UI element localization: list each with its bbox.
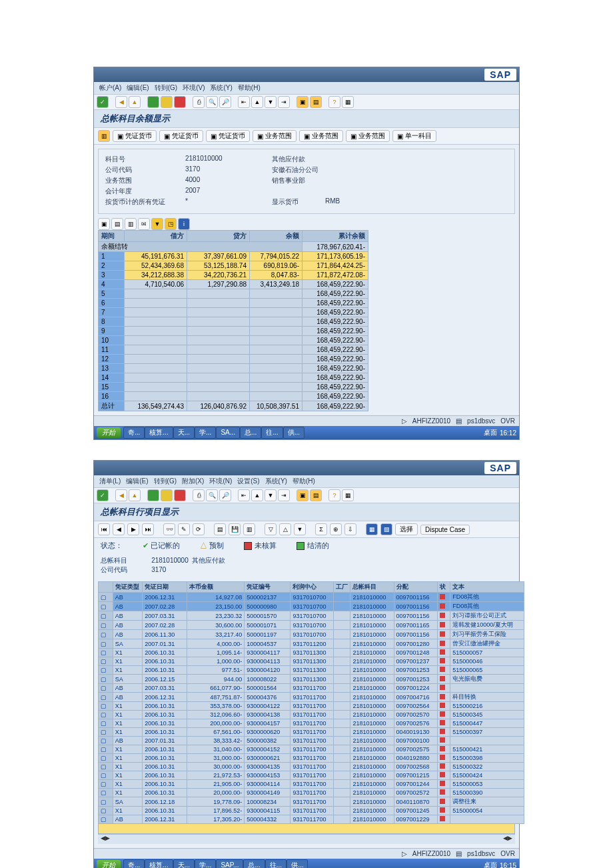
filter-icon[interactable]: ▼	[151, 218, 163, 230]
sort-asc-icon[interactable]: ▽	[265, 523, 277, 535]
info-icon[interactable]: i	[178, 218, 190, 230]
menu-item[interactable]: 环境(V)	[183, 84, 205, 91]
start-button[interactable]: 开始	[97, 427, 121, 438]
currency-button[interactable]: ▣ 凭证货币	[113, 130, 157, 142]
menu-item[interactable]: 附加(X)	[182, 477, 204, 485]
windows-taskbar[interactable]: 开始 奇...核算...天...学...SA...总...往...供... 桌面…	[94, 426, 519, 439]
last-page-icon[interactable]: ⇥	[278, 489, 290, 501]
taskbar-item[interactable]: 天...	[173, 859, 195, 868]
print-icon[interactable]: ⎙	[193, 489, 205, 501]
layout-icon[interactable]: ▦	[342, 489, 354, 501]
variant-icon[interactable]: ▤	[214, 523, 226, 535]
back-icon[interactable]: ◀	[115, 489, 127, 501]
find-next-icon[interactable]: 🔎	[219, 489, 231, 501]
standard-toolbar[interactable]: ✓ ◀ ▲ ⎙ 🔍 🔎 ⇤ ▲ ▼ ⇥ ▣ ▤ ? ▦	[94, 487, 519, 503]
line-items-table[interactable]: 凭证类型凭证日期本币金额凭证编号利润中心工厂总帐科目分配状文本▢AB2006.1…	[98, 581, 524, 824]
save-layout-icon[interactable]: 💾	[229, 523, 241, 535]
menu-item[interactable]: 编辑(E)	[127, 84, 149, 91]
mail-icon[interactable]: ✉	[138, 218, 150, 230]
currency-button[interactable]: ▣ 凭证货币	[206, 130, 250, 142]
chart-icon[interactable]: ◳	[165, 218, 177, 230]
taskbar-item[interactable]: 供...	[287, 859, 308, 868]
currency-button[interactable]: ▣ 单一科目	[392, 130, 436, 142]
application-toolbar[interactable]: ⏮ ◀ ▶ ⏭ 👓 ✎ ⟳ ▤ 💾 ▥ ▽ △ ▼ Σ ⊕ ⇩ ▦ ▧ 选择 D…	[94, 521, 519, 538]
windows-taskbar[interactable]: 开始 奇...核算...天...学...SAP...总...往...供... 桌…	[94, 859, 519, 868]
taskbar-item[interactable]: 天...	[173, 427, 195, 439]
taskbar-item[interactable]: 供...	[283, 427, 305, 439]
menu-bar[interactable]: 帐户(A)编辑(E)转到(G)环境(V)系统(Y)帮助(H)	[94, 82, 519, 94]
next-icon[interactable]: ▶	[127, 523, 139, 535]
help-icon[interactable]: ?	[328, 489, 340, 501]
glasses-icon[interactable]: 👓	[163, 523, 175, 535]
menu-item[interactable]: 帮助(H)	[293, 477, 315, 485]
find-next-icon[interactable]: 🔎	[219, 96, 231, 108]
details-icon[interactable]: ▣	[98, 218, 110, 230]
standard-toolbar[interactable]: ✓ ◀ ▲ ⎙ 🔍 🔎 ⇤ ▲ ▼ ⇥ ▣ ▤ ? ▦	[94, 94, 519, 110]
start-button[interactable]: 开始	[97, 860, 121, 868]
up-icon[interactable]: ▲	[129, 489, 141, 501]
currency-button[interactable]: ▣ 业务范围	[299, 130, 343, 142]
taskbar-item[interactable]: 往...	[265, 859, 287, 868]
taskbar-item[interactable]: SA...	[216, 427, 240, 439]
menu-item[interactable]: 系统(Y)	[265, 477, 287, 485]
nav-red-icon[interactable]	[174, 489, 186, 501]
taskbar-item[interactable]: 奇...	[123, 859, 145, 868]
help-icon[interactable]: ?	[328, 96, 340, 108]
nav-green-icon[interactable]	[147, 96, 159, 108]
taskbar-item[interactable]: SAP...	[216, 859, 243, 868]
sort-desc-icon[interactable]: △	[279, 523, 291, 535]
toggle-icon[interactable]: ▦	[366, 523, 378, 535]
balance-table[interactable]: 期间借方贷方余额累计余额余额结转178,967,620.41-145,191,6…	[98, 230, 368, 411]
last-icon[interactable]: ⏭	[142, 523, 154, 535]
export-icon[interactable]: ⇩	[344, 523, 356, 535]
taskbar-item[interactable]: 总...	[243, 859, 265, 868]
alv-mini-toolbar[interactable]: ▣ ▤ ▥ ✉ ▼ ◳ i	[98, 218, 515, 230]
taskbar-item[interactable]: 学...	[195, 859, 216, 868]
next-page-icon[interactable]: ▼	[265, 489, 277, 501]
last-page-icon[interactable]: ⇥	[278, 96, 290, 108]
next-page-icon[interactable]: ▼	[265, 96, 277, 108]
menu-item[interactable]: 系统(Y)	[210, 84, 232, 91]
prev-page-icon[interactable]: ▲	[251, 96, 263, 108]
find-icon[interactable]: 🔍	[206, 96, 218, 108]
currency-button[interactable]: ▣ 凭证货币	[159, 130, 203, 142]
pencil-icon[interactable]: ✎	[178, 523, 190, 535]
nav-yellow-icon[interactable]	[161, 489, 173, 501]
ok-icon[interactable]: ✓	[97, 489, 109, 501]
ledger-icon[interactable]: ▥	[98, 130, 110, 142]
menu-item[interactable]: 编辑(E)	[126, 477, 148, 485]
layout-change-icon[interactable]: ▥	[243, 523, 255, 535]
menu-bar[interactable]: 清单(L)编辑(E)转到(G)附加(X)环境(N)设置(S)系统(Y)帮助(H)	[94, 475, 519, 487]
up-icon[interactable]: ▲	[129, 96, 141, 108]
layout-icon[interactable]: ▦	[342, 96, 354, 108]
prev-icon[interactable]: ◀	[113, 523, 125, 535]
menu-item[interactable]: 设置(S)	[237, 477, 259, 485]
variant-icon[interactable]: ▤	[111, 218, 123, 230]
refresh-icon[interactable]: ⟳	[193, 523, 205, 535]
back-icon[interactable]: ◀	[115, 96, 127, 108]
menu-item[interactable]: 清单(L)	[99, 477, 121, 485]
config-icon[interactable]: ▧	[380, 523, 392, 535]
taskbar-item[interactable]: 核算...	[145, 427, 173, 439]
menu-item[interactable]: 环境(N)	[209, 477, 232, 485]
taskbar-item[interactable]: 总...	[240, 427, 261, 439]
subtotal-icon[interactable]: ⊕	[330, 523, 342, 535]
find-icon[interactable]: 🔍	[206, 489, 218, 501]
taskbar-item[interactable]: 奇...	[123, 427, 145, 439]
ok-icon[interactable]: ✓	[97, 96, 109, 108]
nav-yellow-icon[interactable]	[161, 96, 173, 108]
taskbar-item[interactable]: 核算...	[145, 859, 173, 868]
menu-item[interactable]: 帐户(A)	[99, 84, 121, 91]
menu-item[interactable]: 转到(G)	[155, 84, 177, 91]
shortcut-icon[interactable]: ▤	[310, 489, 322, 501]
export-icon[interactable]: ▥	[125, 218, 137, 230]
sum-icon[interactable]: Σ	[315, 523, 327, 535]
select-button[interactable]: 选择	[395, 523, 418, 535]
nav-green-icon[interactable]	[147, 489, 159, 501]
menu-item[interactable]: 转到(G)	[154, 477, 177, 485]
taskbar-item[interactable]: 学...	[195, 427, 216, 439]
first-page-icon[interactable]: ⇤	[238, 96, 250, 108]
new-window-icon[interactable]: ▣	[297, 489, 308, 501]
first-page-icon[interactable]: ⇤	[238, 489, 250, 501]
new-window-icon[interactable]: ▣	[297, 96, 308, 108]
